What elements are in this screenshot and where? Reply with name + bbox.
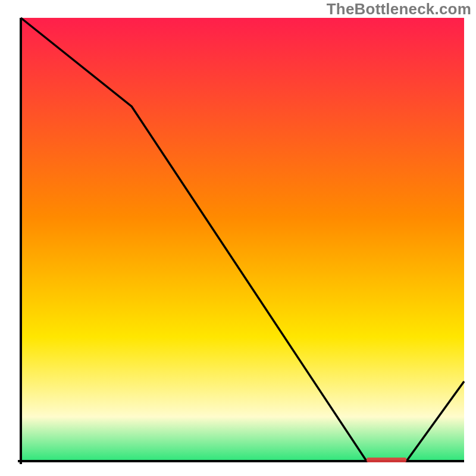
plot-background (21, 18, 464, 461)
chart-svg (0, 0, 476, 476)
valley-marker (367, 458, 406, 462)
chart-container: TheBottleneck.com (0, 0, 476, 476)
